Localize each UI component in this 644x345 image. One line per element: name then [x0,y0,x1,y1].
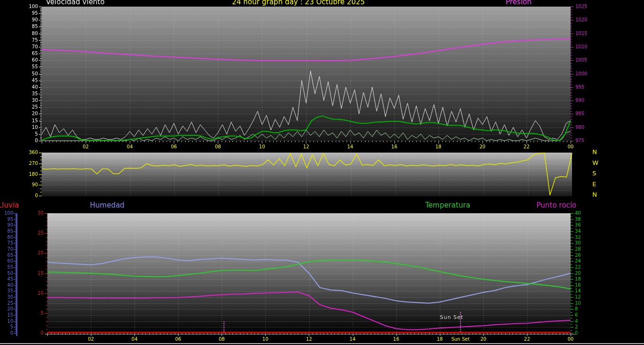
compass-letter-w: W [592,160,599,166]
weather-24h-graph-screen: Velocidad viento 24 hour graph day : 23 … [0,0,644,345]
sunset-annotation: Sun Set [440,315,464,320]
humidity-legend-label: Humedad [90,202,125,209]
compass-letter-s: S [592,170,596,176]
bottom-window-edge [0,343,644,344]
rain-legend-label: Lluvia [0,202,19,209]
wind-speed-title: Velocidad viento [46,0,105,6]
compass-letter-n-bottom: N [592,191,597,198]
pressure-title: Presión [506,0,532,6]
charts-canvas [0,0,644,345]
compass-letter-e: E [592,181,596,187]
page-title: 24 hour graph day : 23 Octubre 2025 [232,0,365,6]
temperature-legend-label: Temperatura [425,202,470,209]
dew-point-legend-label: Punto rocío [537,202,576,209]
compass-letter-n-top: N [592,149,597,155]
